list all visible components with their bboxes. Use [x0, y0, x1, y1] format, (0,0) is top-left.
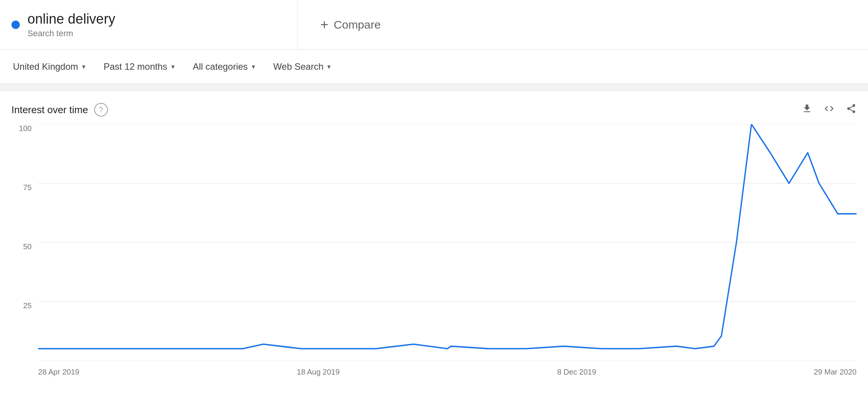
interest-over-time-chart: 100 75 50 25 28 Apr 2019 18 Aug 2019 8 — [11, 124, 857, 383]
region-filter[interactable]: United Kingdom ▾ — [11, 58, 87, 75]
region-chevron-icon: ▾ — [82, 62, 85, 71]
chart-header: Interest over time ? — [11, 103, 857, 117]
x-label-aug2019: 18 Aug 2019 — [297, 368, 339, 376]
y-label-100: 100 — [11, 124, 36, 133]
search-term-text: online delivery Search term — [27, 11, 115, 38]
search-term-title: online delivery — [27, 11, 115, 27]
filters-row: United Kingdom ▾ Past 12 months ▾ All ca… — [0, 50, 868, 84]
x-label-apr2019: 28 Apr 2019 — [38, 368, 79, 376]
search-term-section: online delivery Search term — [0, 0, 297, 49]
search-type-label: Web Search — [273, 61, 324, 72]
category-filter[interactable]: All categories ▾ — [191, 58, 257, 75]
y-label-50: 50 — [11, 242, 36, 251]
y-label-75: 75 — [11, 183, 36, 192]
chart-actions — [802, 103, 857, 117]
x-axis-labels: 28 Apr 2019 18 Aug 2019 8 Dec 2019 29 Ma… — [38, 364, 857, 380]
y-axis-labels: 100 75 50 25 — [11, 124, 36, 360]
compare-plus-icon: + — [320, 17, 328, 33]
search-term-dot — [11, 21, 20, 29]
download-button[interactable] — [802, 103, 812, 117]
y-label-25: 25 — [11, 301, 36, 310]
embed-button[interactable] — [824, 103, 834, 117]
category-chevron-icon: ▾ — [252, 62, 255, 71]
compare-button[interactable]: + Compare — [320, 17, 381, 33]
chart-section: Interest over time ? — [0, 91, 868, 383]
download-icon — [802, 103, 812, 117]
search-term-subtitle: Search term — [27, 29, 115, 38]
category-label: All categories — [193, 61, 248, 72]
help-icon[interactable]: ? — [94, 103, 108, 117]
chart-title-group: Interest over time ? — [11, 103, 108, 117]
time-period-chevron-icon: ▾ — [171, 62, 175, 71]
search-type-filter[interactable]: Web Search ▾ — [272, 58, 333, 75]
share-button[interactable] — [846, 103, 857, 117]
region-label: United Kingdom — [13, 61, 78, 72]
section-separator — [0, 84, 868, 91]
time-period-label: Past 12 months — [104, 61, 167, 72]
x-label-dec2019: 8 Dec 2019 — [557, 368, 596, 376]
search-type-chevron-icon: ▾ — [327, 62, 331, 71]
page-header: online delivery Search term + Compare — [0, 0, 868, 50]
share-icon — [846, 103, 857, 117]
compare-section: + Compare — [297, 0, 868, 49]
chart-title: Interest over time — [11, 104, 88, 116]
time-period-filter[interactable]: Past 12 months ▾ — [102, 58, 176, 75]
chart-plot-area — [38, 124, 857, 360]
embed-icon — [824, 103, 834, 117]
compare-label: Compare — [334, 18, 381, 31]
x-label-mar2020: 29 Mar 2020 — [814, 368, 857, 376]
